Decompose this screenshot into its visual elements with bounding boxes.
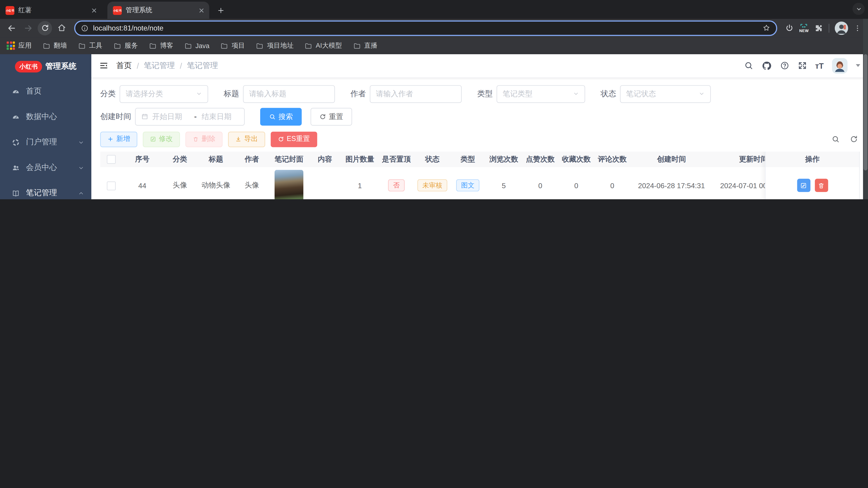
table-header: 序号分类标题作者笔记封面内容图片数量是否置顶状态类型浏览次数点赞次数收藏次数评论… xyxy=(100,152,859,167)
portal-icon xyxy=(11,138,20,147)
breadcrumb-item[interactable]: 笔记管理 xyxy=(144,61,175,71)
folder-icon xyxy=(221,42,228,50)
category-label: 分类 xyxy=(100,89,116,99)
date-range-picker[interactable]: 开始日期 - 结束日期 xyxy=(135,108,245,125)
site-info-icon[interactable] xyxy=(81,24,89,32)
address-bar[interactable]: localhost:81/note/note xyxy=(74,20,777,36)
table-tools xyxy=(831,135,858,143)
app-logo[interactable]: 小红书 管理系统 xyxy=(0,54,91,78)
bookmarks-bar: 应用翻墙工具服务博客Java项目项目地址AI大模型直播 xyxy=(0,37,868,54)
show-search-icon[interactable] xyxy=(831,135,840,143)
export-button[interactable]: 导出 xyxy=(228,132,265,147)
cell-views: 5 xyxy=(486,182,522,190)
cell-comments: 0 xyxy=(594,182,631,190)
column-header-type: 类型 xyxy=(450,154,486,164)
tab-close-icon[interactable] xyxy=(198,7,205,13)
browser-scrollbar[interactable] xyxy=(863,19,868,199)
browser-tab-active[interactable]: 小红书 管理系统 xyxy=(107,2,209,19)
bookmark-item[interactable]: 直播 xyxy=(353,41,377,51)
calendar-icon xyxy=(141,113,148,121)
row-select-cell xyxy=(100,181,122,190)
note-cover-image[interactable]: .. xyxy=(275,170,303,199)
status-select[interactable]: 笔记状态 xyxy=(620,85,711,103)
browser-menu-kebab-icon[interactable] xyxy=(854,24,861,32)
row-edit-button[interactable] xyxy=(797,179,810,192)
reload-icon[interactable] xyxy=(38,21,52,35)
toolbar-separator xyxy=(829,24,829,32)
folder-icon xyxy=(305,42,312,50)
status-badge: 未审核 xyxy=(417,180,447,192)
select-all-checkbox[interactable] xyxy=(107,155,116,164)
reset-button[interactable]: 重置 xyxy=(311,108,352,125)
cell-pinned: 否 xyxy=(378,180,415,192)
breadcrumb-home[interactable]: 首页 xyxy=(116,61,132,71)
forward-icon[interactable] xyxy=(21,21,35,35)
user-menu-caret-icon[interactable] xyxy=(856,64,860,67)
sidebar-item-首页[interactable]: 首页 xyxy=(0,78,91,104)
chevron-down-icon xyxy=(78,165,84,171)
github-icon[interactable] xyxy=(762,61,772,71)
type-select[interactable]: 笔记类型 xyxy=(497,85,585,103)
author-input[interactable]: 请输入作者 xyxy=(370,85,462,103)
fullscreen-icon[interactable] xyxy=(798,61,807,70)
new-extension-icon[interactable]: NEW xyxy=(799,23,809,33)
tab-search-icon[interactable] xyxy=(852,3,865,15)
sidebar-item-数据中心[interactable]: 数据中心 xyxy=(0,104,91,129)
power-extension-icon[interactable] xyxy=(785,24,794,32)
operations-header: 操作 xyxy=(766,152,859,167)
bookmark-item[interactable]: 博客 xyxy=(149,41,174,51)
bookmark-item[interactable]: 翻墙 xyxy=(43,41,67,51)
sidebar-item-门户管理[interactable]: 门户管理 xyxy=(0,129,91,155)
refresh-table-icon[interactable] xyxy=(850,135,858,143)
sidebar-item-笔记管理[interactable]: 笔记管理 xyxy=(0,180,91,199)
delete-button[interactable]: 删除 xyxy=(185,132,222,147)
new-tab-button[interactable] xyxy=(214,3,228,18)
edit-button[interactable]: 修改 xyxy=(143,132,180,147)
bookmark-item[interactable]: 项目地址 xyxy=(256,41,293,51)
back-icon[interactable] xyxy=(4,21,19,35)
browser-profile-avatar[interactable] xyxy=(835,21,848,35)
row-checkbox[interactable] xyxy=(107,181,116,190)
scrollbar-thumb[interactable] xyxy=(864,54,867,170)
bookmark-star-icon[interactable] xyxy=(762,24,771,32)
bookmark-item[interactable]: Java xyxy=(184,42,210,50)
bookmark-item[interactable]: 服务 xyxy=(114,41,138,51)
table-body: 44头像动物头像头像..1否未审核图文50002024-06-28 17:54:… xyxy=(100,167,859,199)
user-avatar[interactable] xyxy=(832,58,848,74)
category-select[interactable]: 请选择分类 xyxy=(120,85,208,103)
bookmark-item[interactable]: 工具 xyxy=(78,41,102,51)
row-delete-button[interactable] xyxy=(815,179,828,192)
cell-img_count: 1 xyxy=(342,182,378,190)
collapse-sidebar-icon[interactable] xyxy=(99,61,108,70)
breadcrumb: 首页 / 笔记管理 / 笔记管理 xyxy=(116,61,218,71)
title-input[interactable]: 请输入标题 xyxy=(243,85,335,103)
bookmark-label: 项目 xyxy=(232,41,245,51)
refresh-icon xyxy=(278,136,284,142)
bookmark-item[interactable]: AI大模型 xyxy=(305,41,342,51)
page-header: 首页 / 笔记管理 / 笔记管理 ᴛT xyxy=(91,54,868,78)
home-icon[interactable] xyxy=(54,21,69,35)
bookmark-item[interactable]: 应用 xyxy=(6,41,31,51)
filter-form: 分类 请选择分类 标题 请输入标题 作者 请输入作者 类型 笔记 xyxy=(91,78,868,131)
table-toolbar: 新增 修改 删除 导出 ES重置 xyxy=(91,131,868,152)
es-reset-button[interactable]: ES重置 xyxy=(271,132,317,147)
browser-tab-inactive[interactable]: 小红书 红薯 xyxy=(0,2,102,19)
add-button[interactable]: 新增 xyxy=(100,132,137,147)
sidebar: 小红书 管理系统 首页数据中心门户管理会员中心笔记管理审核管理笔记管理I标签管理… xyxy=(0,54,91,199)
tab-close-icon[interactable] xyxy=(91,7,97,13)
bookmark-item[interactable]: 项目 xyxy=(221,41,245,51)
url-text: localhost:81/note/note xyxy=(93,24,758,32)
select-all-cell xyxy=(100,155,122,164)
end-date-placeholder: 结束日期 xyxy=(202,111,239,122)
search-button[interactable]: 搜索 xyxy=(260,108,302,125)
browser-toolbar: localhost:81/note/note NEW xyxy=(0,19,868,37)
search-icon[interactable] xyxy=(744,61,753,70)
folder-icon xyxy=(353,42,361,50)
sidebar-item-label: 笔记管理 xyxy=(26,188,57,198)
font-size-icon[interactable]: ᴛT xyxy=(815,61,824,70)
help-icon[interactable] xyxy=(780,61,789,70)
column-header-views: 浏览次数 xyxy=(486,154,522,164)
puzzle-extensions-icon[interactable] xyxy=(814,24,823,32)
folder-icon xyxy=(114,42,121,50)
sidebar-item-会员中心[interactable]: 会员中心 xyxy=(0,155,91,181)
